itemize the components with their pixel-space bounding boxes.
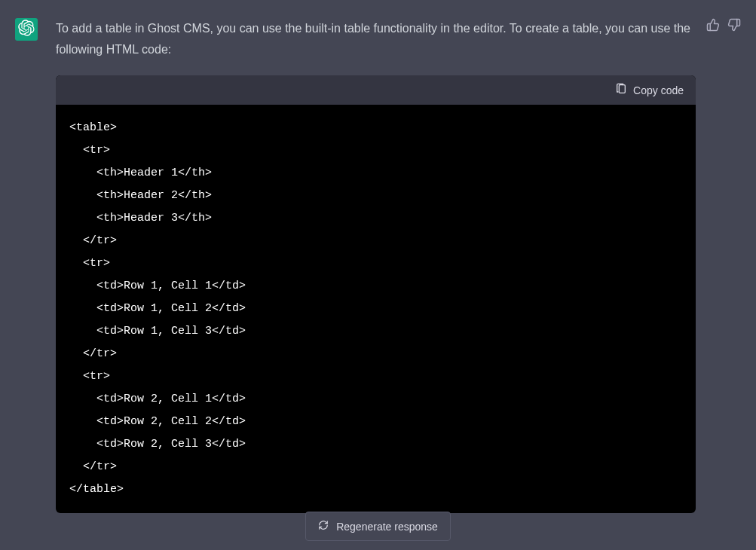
copy-code-label: Copy code xyxy=(633,84,684,96)
response-text: To add a table in Ghost CMS, you can use… xyxy=(56,18,696,60)
assistant-avatar xyxy=(15,18,38,41)
thumbs-down-icon xyxy=(727,18,741,35)
code-header: Copy code xyxy=(56,75,696,105)
feedback-buttons xyxy=(706,18,741,35)
openai-logo-icon xyxy=(18,20,35,39)
code-block: Copy code <table> <tr> <th>Header 1</th>… xyxy=(56,75,696,513)
svg-rect-0 xyxy=(619,85,625,93)
clipboard-icon xyxy=(615,83,627,97)
regenerate-button[interactable]: Regenerate response xyxy=(305,512,451,541)
regenerate-label: Regenerate response xyxy=(336,521,438,533)
copy-code-button[interactable]: Copy code xyxy=(615,83,684,97)
thumbs-down-button[interactable] xyxy=(727,18,741,35)
thumbs-up-icon xyxy=(706,18,720,35)
code-content[interactable]: <table> <tr> <th>Header 1</th> <th>Heade… xyxy=(56,105,696,513)
thumbs-up-button[interactable] xyxy=(706,18,720,35)
assistant-message: To add a table in Ghost CMS, you can use… xyxy=(0,0,756,550)
message-content: To add a table in Ghost CMS, you can use… xyxy=(56,18,741,532)
refresh-icon xyxy=(318,520,329,533)
